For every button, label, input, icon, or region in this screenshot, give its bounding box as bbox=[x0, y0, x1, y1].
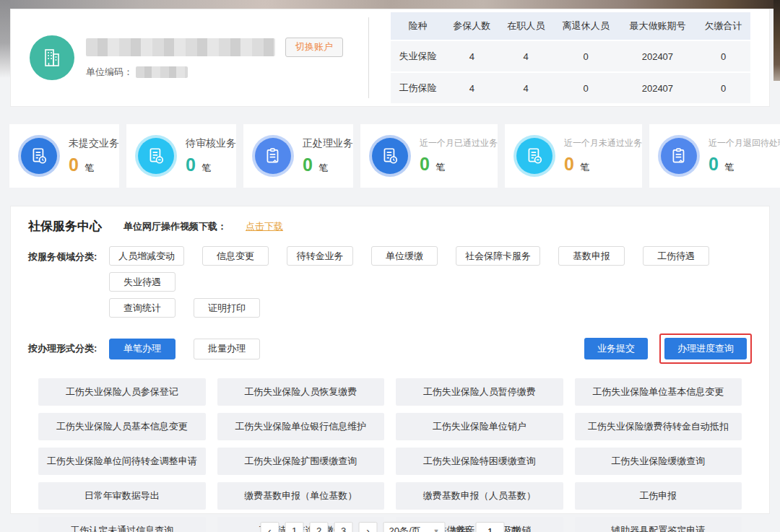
tab-unit-deferral[interactable]: 单位缓缴 bbox=[371, 246, 438, 266]
service-annual-review-export[interactable]: 日常年审数据导出 bbox=[38, 482, 206, 510]
service-unit-info-change[interactable]: 工伤失业保险单位基本信息变更 bbox=[575, 378, 742, 406]
pagination-prev-button[interactable]: ‹ bbox=[261, 522, 280, 532]
service-injury-declaration[interactable]: 工伤申报 bbox=[575, 482, 742, 510]
service-unit-closure[interactable]: 工伤失业保险单位销户 bbox=[396, 413, 563, 440]
account-info: 切换账户 单位编码： bbox=[11, 35, 368, 80]
stat-card-passed-last-month[interactable]: 近一个月已通过业务 0 笔 bbox=[360, 124, 498, 188]
service-injury-rejected-query[interactable]: 工伤认定未通过信息查询 bbox=[38, 517, 206, 532]
service-suspend-payment[interactable]: 工伤失业保险人员暂停缴费 bbox=[396, 378, 563, 406]
goto-suffix: 页 bbox=[511, 525, 520, 532]
stat-unit: 笔 bbox=[724, 162, 734, 173]
service-assistive-device-apply[interactable]: 辅助器具配置鉴定申请 bbox=[575, 517, 742, 532]
table-row: 工伤保险 4 4 0 202407 0 bbox=[391, 73, 750, 103]
page-size-select[interactable]: 20条/页 ▼ bbox=[384, 522, 446, 532]
stat-value: 0 bbox=[186, 154, 196, 175]
service-center-title: 社保服务中心 bbox=[28, 218, 102, 235]
insurance-summary-table: 险种 参保人数 在职人员 离退休人员 最大做账期号 欠缴合计 失业保险 4 4 … bbox=[391, 11, 750, 105]
cell-max-period: 202407 bbox=[619, 41, 696, 71]
table-row: 失业保险 4 4 0 202407 0 bbox=[391, 41, 750, 71]
unit-code-label: 单位编码： bbox=[86, 66, 133, 79]
service-unit-bank-info[interactable]: 工伤失业保险单位银行信息维护 bbox=[217, 413, 385, 440]
background-photo-right bbox=[774, 0, 780, 81]
tab-info-change[interactable]: 信息变更 bbox=[202, 246, 269, 266]
tab-pending-transfer[interactable]: 待转金业务 bbox=[287, 246, 353, 266]
service-deferral-query[interactable]: 工伤失业保险缓缴查询 bbox=[575, 448, 742, 475]
document-minus-icon bbox=[516, 138, 552, 174]
cell-insurance-type: 工伤保险 bbox=[391, 73, 445, 103]
stat-card-unsubmitted[interactable]: 未提交业务 0 笔 bbox=[9, 124, 119, 188]
tab-base-declaration[interactable]: 基数申报 bbox=[558, 246, 625, 266]
tab-social-card[interactable]: 社会保障卡服务 bbox=[456, 246, 540, 266]
col-max-period: 最大做账期号 bbox=[619, 12, 696, 40]
cell-insured-count: 4 bbox=[445, 73, 499, 103]
account-text: 切换账户 单位编码： bbox=[86, 38, 343, 79]
goto-page-input[interactable] bbox=[476, 522, 505, 532]
tab-injury-benefits[interactable]: 工伤待遇 bbox=[643, 246, 709, 266]
document-clock-icon bbox=[21, 138, 57, 174]
col-retired-staff: 离退休人员 bbox=[553, 12, 619, 40]
cell-max-period: 202407 bbox=[619, 73, 696, 103]
domain-tabs: 人员增减变动 信息变更 待转金业务 单位缓缴 社会保障卡服务 基数申报 工伤待遇… bbox=[109, 246, 752, 292]
domain-filter-label-spacer bbox=[28, 298, 109, 318]
service-resume-payment[interactable]: 工伤失业保险人员恢复缴费 bbox=[217, 378, 385, 406]
stat-card-returned-pending[interactable]: 近一个月退回待处理 0 笔 bbox=[649, 124, 780, 188]
unit-code-masked bbox=[136, 66, 188, 78]
tab-query-statistics[interactable]: 查询统计 bbox=[109, 298, 176, 318]
service-center-card: 社保服务中心 单位网厅操作视频下载： 点击下载 按服务领域分类: 人员增减变动 … bbox=[10, 206, 770, 514]
cell-arrears-total: 0 bbox=[696, 73, 750, 103]
stat-value: 0 bbox=[69, 154, 79, 175]
tab-certificate-print[interactable]: 证明打印 bbox=[194, 298, 260, 318]
service-auto-deduction[interactable]: 工伤失业保险缴费待转金自动抵扣 bbox=[575, 413, 742, 440]
domain-tabs-row2: 查询统计 证明打印 bbox=[109, 298, 260, 318]
tab-batch-handling[interactable]: 批量办理 bbox=[194, 339, 260, 359]
pagination-page-2[interactable]: 2 bbox=[310, 522, 329, 532]
chevron-down-icon: ▼ bbox=[433, 528, 440, 532]
company-avatar bbox=[30, 35, 74, 80]
pagination-page-1[interactable]: 1 bbox=[285, 522, 304, 532]
domain-filter-label: 按服务领域分类: bbox=[28, 246, 109, 292]
cell-arrears-total: 0 bbox=[696, 41, 750, 71]
col-arrears-total: 欠缴合计 bbox=[696, 12, 750, 40]
pagination: ‹ 1 2 3 › 20条/页 ▼ 前往 页 bbox=[261, 522, 520, 532]
stat-label: 近一个月已通过业务 bbox=[420, 137, 498, 149]
stat-label: 待审核业务 bbox=[186, 137, 236, 150]
vertical-divider bbox=[368, 17, 369, 98]
service-base-declaration-person[interactable]: 缴费基数申报（人员基数） bbox=[396, 482, 563, 510]
stat-unit: 笔 bbox=[318, 162, 328, 173]
service-hardship-deferral-query[interactable]: 工伤失业保险特困缓缴查询 bbox=[396, 448, 563, 475]
pagination-next-button[interactable]: › bbox=[359, 522, 378, 532]
clipboard-check-icon bbox=[255, 138, 291, 174]
service-person-info-change[interactable]: 工伤失业保险人员基本信息变更 bbox=[38, 413, 206, 440]
cell-active-staff: 4 bbox=[499, 73, 553, 103]
service-expanded-deferral-query[interactable]: 工伤失业保险扩围缓缴查询 bbox=[217, 448, 385, 475]
service-insured-registration[interactable]: 工伤失业保险人员参保登记 bbox=[38, 378, 206, 406]
stat-value: 0 bbox=[708, 154, 719, 174]
company-name-masked bbox=[86, 38, 275, 56]
form-filter-label: 按办理形式分类: bbox=[28, 342, 109, 355]
background-photo-left bbox=[0, 0, 10, 78]
table-header-row: 险种 参保人数 在职人员 离退休人员 最大做账期号 欠缴合计 bbox=[391, 12, 750, 40]
progress-query-button[interactable]: 办理进度查询 bbox=[664, 338, 747, 359]
service-base-declaration-unit[interactable]: 缴费基数申报（单位基数） bbox=[217, 482, 385, 510]
col-insured-count: 参保人数 bbox=[445, 12, 499, 40]
stat-label: 正处理业务 bbox=[303, 137, 353, 150]
stat-card-rejected-last-month[interactable]: 近一个月未通过业务 0 笔 bbox=[505, 124, 642, 188]
document-clock-icon bbox=[372, 138, 408, 174]
service-transfer-adjustment[interactable]: 工伤失业保险单位间待转金调整申请 bbox=[38, 448, 206, 475]
business-submit-button[interactable]: 业务提交 bbox=[584, 338, 648, 359]
stat-value: 0 bbox=[420, 154, 430, 174]
stat-label: 近一个月未通过业务 bbox=[564, 137, 642, 149]
stat-card-pending-review[interactable]: 待审核业务 0 笔 bbox=[126, 124, 236, 188]
switch-account-button[interactable]: 切换账户 bbox=[285, 38, 343, 57]
tab-single-handling[interactable]: 单笔办理 bbox=[109, 339, 176, 359]
cell-retired-staff: 0 bbox=[553, 41, 619, 71]
stat-card-processing[interactable]: 正处理业务 0 笔 bbox=[243, 124, 353, 188]
stat-label: 未提交业务 bbox=[69, 137, 119, 150]
stat-value: 0 bbox=[564, 154, 574, 174]
cell-insurance-type: 失业保险 bbox=[391, 41, 445, 71]
stat-unit: 笔 bbox=[436, 162, 445, 173]
tab-unemployment-benefits[interactable]: 失业待遇 bbox=[109, 272, 176, 292]
video-download-link[interactable]: 点击下载 bbox=[246, 220, 283, 233]
tab-personnel-change[interactable]: 人员增减变动 bbox=[109, 246, 184, 266]
pagination-page-3[interactable]: 3 bbox=[334, 522, 353, 532]
